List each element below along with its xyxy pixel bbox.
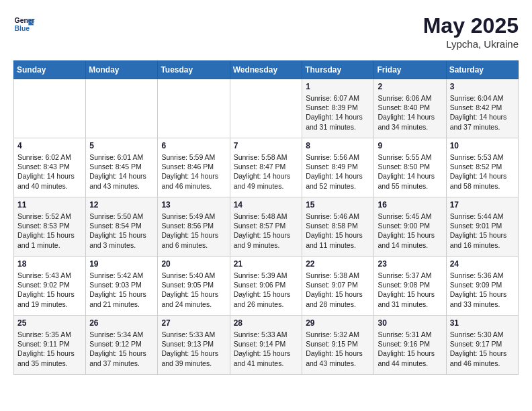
col-header-monday: Monday [86, 61, 158, 79]
col-header-thursday: Thursday [302, 61, 374, 79]
day-cell: 7Sunrise: 5:58 AM Sunset: 8:47 PM Daylig… [230, 138, 302, 197]
day-info: Sunrise: 6:04 AM Sunset: 8:42 PM Dayligh… [450, 93, 515, 132]
day-info: Sunrise: 5:45 AM Sunset: 9:00 PM Dayligh… [378, 212, 442, 250]
day-info: Sunrise: 5:38 AM Sunset: 9:07 PM Dayligh… [306, 271, 370, 309]
day-header-row: SundayMondayTuesdayWednesdayThursdayFrid… [14, 61, 519, 79]
day-cell: 20Sunrise: 5:40 AM Sunset: 9:05 PM Dayli… [158, 257, 230, 316]
day-number: 23 [378, 259, 442, 269]
week-row-3: 11Sunrise: 5:52 AM Sunset: 8:53 PM Dayli… [14, 197, 519, 257]
day-number: 8 [306, 141, 370, 150]
day-info: Sunrise: 5:37 AM Sunset: 9:08 PM Dayligh… [378, 271, 442, 309]
day-number: 22 [306, 259, 370, 269]
day-number: 15 [306, 200, 370, 210]
day-number: 4 [17, 141, 82, 150]
day-number: 6 [161, 141, 226, 150]
day-cell: 26Sunrise: 5:34 AM Sunset: 9:12 PM Dayli… [86, 316, 158, 375]
day-cell: 25Sunrise: 5:35 AM Sunset: 9:11 PM Dayli… [14, 316, 86, 375]
day-cell: 5Sunrise: 6:01 AM Sunset: 8:45 PM Daylig… [86, 138, 158, 197]
day-cell: 8Sunrise: 5:56 AM Sunset: 8:49 PM Daylig… [302, 138, 374, 197]
day-cell [158, 79, 230, 138]
day-number: 17 [450, 200, 515, 210]
day-number: 29 [306, 318, 370, 328]
day-cell: 13Sunrise: 5:49 AM Sunset: 8:56 PM Dayli… [158, 197, 230, 257]
day-number: 26 [89, 318, 154, 328]
logo-icon: General Blue [13, 13, 35, 35]
day-cell: 10Sunrise: 5:53 AM Sunset: 8:52 PM Dayli… [446, 138, 518, 197]
svg-text:Blue: Blue [15, 25, 30, 32]
day-cell: 2Sunrise: 6:06 AM Sunset: 8:40 PM Daylig… [374, 79, 446, 138]
day-cell: 24Sunrise: 5:36 AM Sunset: 9:09 PM Dayli… [446, 257, 518, 316]
day-info: Sunrise: 5:42 AM Sunset: 9:03 PM Dayligh… [89, 271, 154, 309]
day-cell: 30Sunrise: 5:31 AM Sunset: 9:16 PM Dayli… [374, 316, 446, 375]
col-header-tuesday: Tuesday [158, 61, 230, 79]
day-info: Sunrise: 5:33 AM Sunset: 9:13 PM Dayligh… [161, 330, 226, 368]
day-number: 5 [89, 141, 154, 150]
day-info: Sunrise: 5:52 AM Sunset: 8:53 PM Dayligh… [17, 212, 82, 250]
day-cell: 3Sunrise: 6:04 AM Sunset: 8:42 PM Daylig… [446, 79, 518, 138]
day-cell: 9Sunrise: 5:55 AM Sunset: 8:50 PM Daylig… [374, 138, 446, 197]
day-number: 7 [234, 141, 299, 150]
day-info: Sunrise: 5:39 AM Sunset: 9:06 PM Dayligh… [234, 271, 299, 309]
day-number: 18 [17, 259, 82, 269]
day-number: 13 [161, 200, 226, 210]
day-cell: 6Sunrise: 5:59 AM Sunset: 8:46 PM Daylig… [158, 138, 230, 197]
day-cell [86, 79, 158, 138]
week-row-4: 18Sunrise: 5:43 AM Sunset: 9:02 PM Dayli… [14, 257, 519, 316]
day-info: Sunrise: 5:34 AM Sunset: 9:12 PM Dayligh… [89, 330, 154, 368]
day-number: 19 [89, 259, 154, 269]
day-info: Sunrise: 5:33 AM Sunset: 9:14 PM Dayligh… [234, 330, 299, 368]
day-info: Sunrise: 6:07 AM Sunset: 8:39 PM Dayligh… [306, 93, 370, 132]
day-info: Sunrise: 5:46 AM Sunset: 8:58 PM Dayligh… [306, 212, 370, 250]
day-info: Sunrise: 6:01 AM Sunset: 8:45 PM Dayligh… [89, 152, 154, 191]
day-cell: 15Sunrise: 5:46 AM Sunset: 8:58 PM Dayli… [302, 197, 374, 257]
day-cell: 4Sunrise: 6:02 AM Sunset: 8:43 PM Daylig… [14, 138, 86, 197]
title-block: May 2025 Lypcha, Ukraine [423, 13, 519, 50]
day-cell: 17Sunrise: 5:44 AM Sunset: 9:01 PM Dayli… [446, 197, 518, 257]
day-info: Sunrise: 5:40 AM Sunset: 9:05 PM Dayligh… [161, 271, 226, 309]
day-number: 20 [161, 259, 226, 269]
day-info: Sunrise: 5:36 AM Sunset: 9:09 PM Dayligh… [450, 271, 515, 309]
day-cell: 19Sunrise: 5:42 AM Sunset: 9:03 PM Dayli… [86, 257, 158, 316]
day-cell: 1Sunrise: 6:07 AM Sunset: 8:39 PM Daylig… [302, 79, 374, 138]
location-subtitle: Lypcha, Ukraine [423, 38, 519, 50]
day-number: 11 [17, 200, 82, 210]
day-cell: 12Sunrise: 5:50 AM Sunset: 8:54 PM Dayli… [86, 197, 158, 257]
day-cell: 11Sunrise: 5:52 AM Sunset: 8:53 PM Dayli… [14, 197, 86, 257]
day-info: Sunrise: 5:55 AM Sunset: 8:50 PM Dayligh… [378, 152, 442, 191]
day-info: Sunrise: 5:48 AM Sunset: 8:57 PM Dayligh… [234, 212, 299, 250]
day-cell: 29Sunrise: 5:32 AM Sunset: 9:15 PM Dayli… [302, 316, 374, 375]
week-row-1: 1Sunrise: 6:07 AM Sunset: 8:39 PM Daylig… [14, 79, 519, 138]
logo: General Blue [13, 13, 35, 35]
week-row-2: 4Sunrise: 6:02 AM Sunset: 8:43 PM Daylig… [14, 138, 519, 197]
day-number: 28 [234, 318, 299, 328]
day-cell: 18Sunrise: 5:43 AM Sunset: 9:02 PM Dayli… [14, 257, 86, 316]
day-info: Sunrise: 5:59 AM Sunset: 8:46 PM Dayligh… [161, 152, 226, 191]
calendar-table: SundayMondayTuesdayWednesdayThursdayFrid… [13, 60, 519, 375]
col-header-sunday: Sunday [14, 61, 86, 79]
day-cell: 28Sunrise: 5:33 AM Sunset: 9:14 PM Dayli… [230, 316, 302, 375]
page-header: General Blue May 2025 Lypcha, Ukraine [13, 13, 519, 50]
day-cell: 22Sunrise: 5:38 AM Sunset: 9:07 PM Dayli… [302, 257, 374, 316]
day-info: Sunrise: 6:02 AM Sunset: 8:43 PM Dayligh… [17, 152, 82, 191]
day-number: 12 [89, 200, 154, 210]
day-number: 2 [378, 82, 442, 91]
day-info: Sunrise: 5:50 AM Sunset: 8:54 PM Dayligh… [89, 212, 154, 250]
day-info: Sunrise: 5:44 AM Sunset: 9:01 PM Dayligh… [450, 212, 515, 250]
day-number: 1 [306, 82, 370, 91]
day-info: Sunrise: 5:43 AM Sunset: 9:02 PM Dayligh… [17, 271, 82, 309]
week-row-5: 25Sunrise: 5:35 AM Sunset: 9:11 PM Dayli… [14, 316, 519, 375]
day-cell: 16Sunrise: 5:45 AM Sunset: 9:00 PM Dayli… [374, 197, 446, 257]
day-cell: 14Sunrise: 5:48 AM Sunset: 8:57 PM Dayli… [230, 197, 302, 257]
day-number: 31 [450, 318, 515, 328]
day-cell: 23Sunrise: 5:37 AM Sunset: 9:08 PM Dayli… [374, 257, 446, 316]
day-info: Sunrise: 5:31 AM Sunset: 9:16 PM Dayligh… [378, 330, 442, 368]
day-number: 16 [378, 200, 442, 210]
col-header-wednesday: Wednesday [230, 61, 302, 79]
day-number: 24 [450, 259, 515, 269]
day-info: Sunrise: 5:30 AM Sunset: 9:17 PM Dayligh… [450, 330, 515, 368]
day-number: 21 [234, 259, 299, 269]
day-cell: 31Sunrise: 5:30 AM Sunset: 9:17 PM Dayli… [446, 316, 518, 375]
day-cell: 27Sunrise: 5:33 AM Sunset: 9:13 PM Dayli… [158, 316, 230, 375]
day-number: 30 [378, 318, 442, 328]
day-cell [14, 79, 86, 138]
